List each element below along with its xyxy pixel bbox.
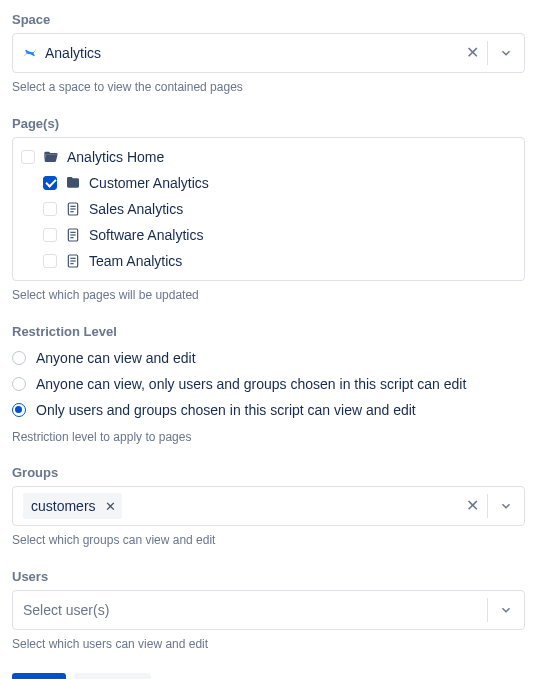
restriction-radio[interactable] (12, 351, 26, 365)
users-chevron-button[interactable] (488, 603, 524, 617)
restriction-label: Restriction Level (12, 324, 525, 339)
restriction-radio[interactable] (12, 403, 26, 417)
folder-icon (65, 175, 81, 191)
space-chevron-button[interactable] (488, 46, 524, 60)
groups-chevron-button[interactable] (488, 499, 524, 513)
page-icon (65, 201, 81, 217)
folder-open-icon (43, 149, 59, 165)
groups-section: Groups customers✕ ✕ Select which groups … (12, 465, 525, 549)
users-label: Users (12, 569, 525, 584)
cancel-button[interactable]: Cancel (159, 673, 223, 679)
groups-helper: Select which groups can view and edit (12, 532, 525, 549)
page-icon (65, 227, 81, 243)
tree-row: Software Analytics (21, 222, 516, 248)
pages-helper: Select which pages will be updated (12, 287, 525, 304)
tree-checkbox[interactable] (43, 202, 57, 216)
users-value-area: Select user(s) (23, 602, 487, 618)
button-bar: Run Preview Cancel (12, 673, 525, 679)
space-section: Space Analytics ✕ Select a space to view… (12, 12, 525, 96)
groups-clear-button[interactable]: ✕ (457, 498, 487, 514)
tree-row: Team Analytics (21, 248, 516, 274)
tree-label[interactable]: Customer Analytics (89, 175, 209, 191)
restriction-option: Only users and groups chosen in this scr… (12, 397, 525, 423)
tree-checkbox[interactable] (43, 228, 57, 242)
preview-button[interactable]: Preview (74, 673, 152, 679)
tree-row: Customer Analytics (21, 170, 516, 196)
pages-label: Page(s) (12, 116, 525, 131)
pages-section: Page(s) Analytics Home Customer Analytic… (12, 116, 525, 304)
pages-tree: Analytics Home Customer AnalyticsSales A… (12, 137, 525, 281)
users-helper: Select which users can view and edit (12, 636, 525, 653)
tree-checkbox-root[interactable] (21, 150, 35, 164)
space-value-area: Analytics (23, 45, 457, 61)
group-tag-label: customers (31, 498, 96, 514)
confluence-icon (23, 46, 37, 60)
restriction-option-label[interactable]: Anyone can view, only users and groups c… (36, 376, 466, 392)
tree-row-root: Analytics Home (21, 144, 516, 170)
tree-checkbox[interactable] (43, 254, 57, 268)
tree-label[interactable]: Software Analytics (89, 227, 203, 243)
restriction-option-label[interactable]: Only users and groups chosen in this scr… (36, 402, 416, 418)
restriction-section: Restriction Level Anyone can view and ed… (12, 324, 525, 446)
tree-label[interactable]: Sales Analytics (89, 201, 183, 217)
groups-label: Groups (12, 465, 525, 480)
tree-label-root[interactable]: Analytics Home (67, 149, 164, 165)
tree-row: Sales Analytics (21, 196, 516, 222)
run-button[interactable]: Run (12, 673, 66, 679)
space-value: Analytics (45, 45, 101, 61)
restriction-option: Anyone can view, only users and groups c… (12, 371, 525, 397)
restriction-helper: Restriction level to apply to pages (12, 429, 525, 446)
page-icon (65, 253, 81, 269)
tree-label[interactable]: Team Analytics (89, 253, 182, 269)
space-label: Space (12, 12, 525, 27)
groups-tags-area: customers✕ (23, 493, 457, 519)
tree-checkbox[interactable] (43, 176, 57, 190)
space-helper: Select a space to view the contained pag… (12, 79, 525, 96)
restriction-option-label[interactable]: Anyone can view and edit (36, 350, 196, 366)
users-select[interactable]: Select user(s) (12, 590, 525, 630)
groups-select[interactable]: customers✕ ✕ (12, 486, 525, 526)
group-tag-remove[interactable]: ✕ (102, 497, 120, 515)
restriction-option: Anyone can view and edit (12, 345, 525, 371)
group-tag: customers✕ (23, 493, 122, 519)
users-placeholder: Select user(s) (23, 602, 109, 618)
users-section: Users Select user(s) Select which users … (12, 569, 525, 653)
restriction-radio[interactable] (12, 377, 26, 391)
space-clear-button[interactable]: ✕ (457, 45, 487, 61)
space-select[interactable]: Analytics ✕ (12, 33, 525, 73)
